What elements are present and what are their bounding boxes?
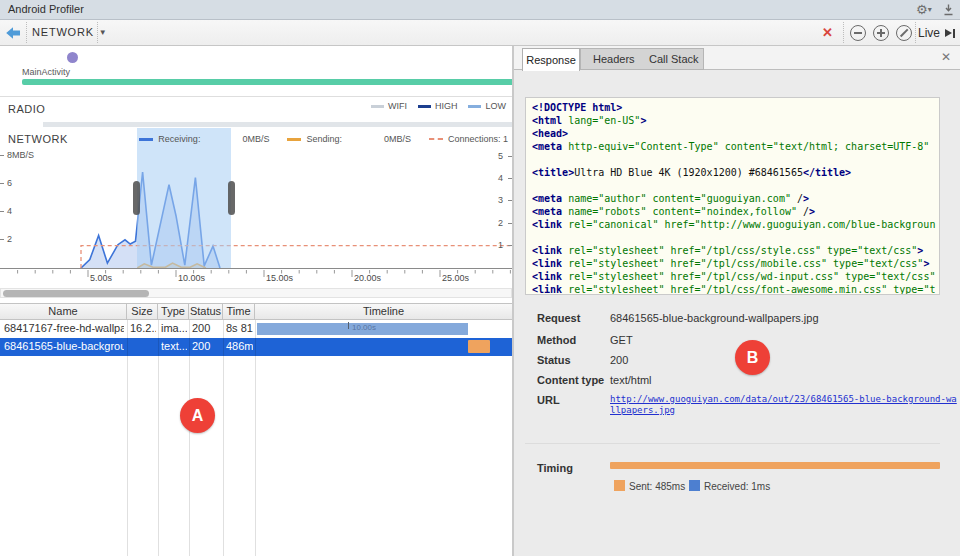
cell-status: 200 <box>192 340 221 352</box>
column-divider <box>127 320 128 556</box>
close-details-button[interactable]: ✕ <box>941 50 951 64</box>
install-button[interactable] <box>943 4 954 18</box>
close-x-icon: ✕ <box>941 50 951 64</box>
axis-tick <box>0 239 4 240</box>
settings-button[interactable]: ⚙▾ <box>916 2 932 18</box>
response-body-code[interactable]: <!DOCTYPE html><html lang="en-US"><head>… <box>525 97 940 295</box>
plus-icon <box>880 29 882 37</box>
sending-legend-swatch <box>287 138 301 141</box>
chevron-down-icon: ▾ <box>928 5 932 14</box>
code-line <box>532 231 939 244</box>
zoom-out-button[interactable] <box>850 25 866 41</box>
chevron-down-icon: ▼ <box>99 28 108 37</box>
code-line <box>532 179 939 192</box>
network-legend: Receiving: 0MB/S Sending: 0MB/S Connecti… <box>139 134 508 144</box>
column-header-time[interactable]: Time <box>223 304 255 319</box>
field-value: 200 <box>610 354 628 366</box>
received-legend-swatch <box>689 480 700 491</box>
code-line: <title>Ultra HD Blue 4K (1920x1200) #684… <box>532 166 939 179</box>
selection-left-handle[interactable] <box>133 181 140 215</box>
activity-name: MainActivity <box>22 67 70 77</box>
timeline-tick <box>348 322 349 329</box>
title-bar: Android Profiler ⚙▾ <box>0 0 960 20</box>
code-line <box>532 153 939 166</box>
reset-zoom-button[interactable] <box>896 25 912 41</box>
timing-label: Timing <box>537 462 573 474</box>
column-header-type[interactable]: Type <box>158 304 189 319</box>
y-axis-label: 6 <box>7 178 47 188</box>
connections-legend-swatch <box>429 138 443 140</box>
column-divider <box>255 320 256 556</box>
column-header-status[interactable]: Status <box>189 304 223 319</box>
y2-axis-label: 3 <box>473 195 503 205</box>
code-line: <link rel="stylesheet" href="/tpl/css/wd… <box>532 270 939 283</box>
field-label: Status <box>537 354 571 366</box>
cell-name: 68417167-free-hd-wallpa... <box>4 322 124 334</box>
back-button[interactable] <box>5 26 23 40</box>
code-line: <meta http-equiv="Content-Type" content=… <box>532 140 939 153</box>
wifi-legend-label: WIFI <box>388 101 407 111</box>
scrollbar-thumb[interactable] <box>3 290 149 297</box>
low-legend-label: LOW <box>485 101 506 111</box>
time-axis-label: 15.00s <box>266 273 293 283</box>
code-line: <head> <box>532 127 939 140</box>
sent-legend-label: Sent: 485ms <box>629 481 685 492</box>
column-header-timeline[interactable]: Timeline <box>255 304 512 319</box>
request-timeline-bar <box>468 340 490 353</box>
profiler-view-label: NETWORK <box>32 26 94 38</box>
receiving-current-value: 0MB/S <box>242 134 269 144</box>
code-line: <link rel="stylesheet" href="/tpl/css/mo… <box>532 257 939 270</box>
radio-legend: WIFI HIGH LOW <box>360 101 506 111</box>
time-axis-label: 25.00s <box>442 273 469 283</box>
time-axis-label: 5.00s <box>90 273 112 283</box>
sending-current-value: 0MB/S <box>384 134 411 144</box>
network-chart-canvas <box>0 148 512 268</box>
connection-details-panel: Headers Call Stack Response ✕ <!DOCTYPE … <box>514 46 960 556</box>
column-header-size[interactable]: Size <box>127 304 158 319</box>
table-row[interactable]: 68417167-free-hd-wallpa... 16.2... ima..… <box>0 320 512 338</box>
connections-legend-label: Connections: 1 <box>448 134 508 144</box>
high-legend-swatch <box>418 105 431 108</box>
section-divider <box>0 96 512 97</box>
column-divider <box>158 320 159 556</box>
section-divider <box>525 443 940 444</box>
table-row-selected[interactable]: 68461565-blue-backgrou... text... 200 48… <box>0 338 512 356</box>
timeline-selection-region[interactable] <box>137 128 231 268</box>
go-live-button[interactable]: Live <box>918 25 955 41</box>
field-value: 68461565-blue-background-wallpapers.jpg <box>610 312 819 324</box>
field-label: Content type <box>537 374 604 386</box>
tab-headers[interactable]: Headers <box>593 53 635 65</box>
cell-type: text... <box>161 340 187 352</box>
tab-call-stack[interactable]: Call Stack <box>649 53 699 65</box>
y2-axis-label: 2 <box>473 218 503 228</box>
sending-legend-label: Sending: <box>306 134 342 144</box>
radio-state-bar <box>43 122 512 127</box>
details-tabs: Headers Call Stack Response ✕ <box>514 46 960 70</box>
play-icon <box>945 29 952 37</box>
column-header-name[interactable]: Name <box>0 304 127 319</box>
column-divider <box>189 320 190 556</box>
y-axis-label: 4 <box>7 206 47 216</box>
selection-right-handle[interactable] <box>228 181 235 215</box>
y-axis-label: 2 <box>7 234 47 244</box>
window-title: Android Profiler <box>8 3 84 15</box>
gear-icon: ⚙ <box>916 2 928 17</box>
tab-response-active[interactable]: Response <box>522 48 580 71</box>
field-value: GET <box>610 334 633 346</box>
code-line: <link rel="canonical" href="http://www.g… <box>532 218 939 231</box>
received-legend-label: Received: 1ms <box>704 481 770 492</box>
activity-lifetime-bar <box>22 79 512 85</box>
profiler-toolbar: NETWORK▼ ✕ Live <box>0 20 960 46</box>
end-session-button[interactable]: ✕ <box>822 25 833 40</box>
network-chart[interactable]: 8MB/S 6 4 2 5 4 3 2 1 <box>0 148 512 268</box>
toolbar-separator <box>915 22 916 43</box>
close-x-icon: ✕ <box>822 25 833 40</box>
time-axis-label: 10.00s <box>178 273 205 283</box>
response-url-link[interactable]: http://www.guoguiyan.com/data/out/23/684… <box>610 394 958 416</box>
cell-time: 486ms <box>226 340 253 352</box>
horizontal-scrollbar[interactable] <box>0 288 512 298</box>
zoom-in-button[interactable] <box>873 25 889 41</box>
time-axis-ticks <box>0 270 512 279</box>
field-label: Request <box>537 312 580 324</box>
code-line: <html lang="en-US"> <box>532 114 939 127</box>
